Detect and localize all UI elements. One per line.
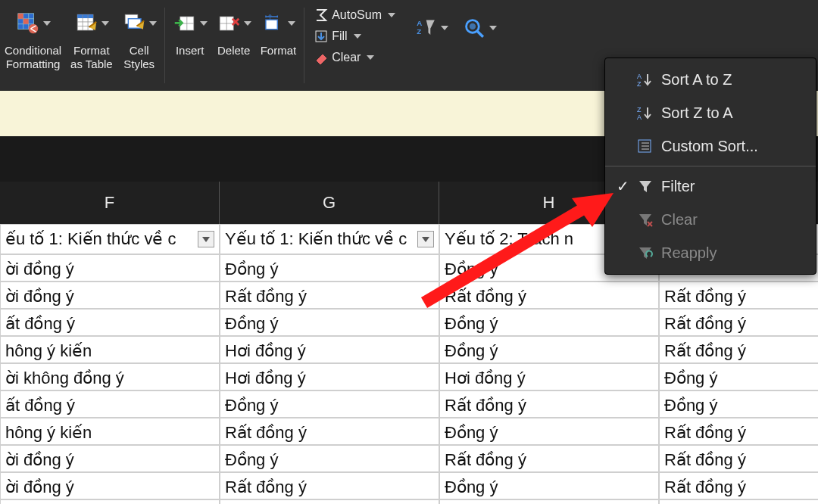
data-cell[interactable]: hông ý kiến — [0, 336, 220, 363]
data-cell[interactable]: Rất đồng ý — [220, 282, 439, 309]
data-cell[interactable]: Đồng ý — [659, 390, 818, 418]
data-cell[interactable]: Đồng ý — [659, 363, 818, 390]
data-cell[interactable]: ất đồng ý — [0, 499, 220, 504]
menu-custom-sort[interactable]: Custom Sort... — [605, 129, 816, 163]
menu-clear-filter: Clear — [605, 203, 816, 236]
data-cell[interactable]: Rất đồng ý — [659, 445, 818, 472]
insert-cells-icon — [173, 6, 197, 41]
filter-dropdown-button[interactable] — [417, 231, 434, 247]
dropdown-caret-icon — [354, 34, 361, 39]
sort-filter-button[interactable]: A Z — [412, 9, 450, 47]
data-cell[interactable]: Rất đồng ý — [659, 336, 818, 363]
filter-clear-icon — [637, 211, 654, 228]
conditional-formatting-icon — [16, 6, 40, 41]
data-cell[interactable]: Rất đồng ý — [659, 418, 818, 445]
data-cell[interactable]: Rất đồng ý — [659, 472, 818, 499]
data-cell[interactable]: Hơi đồng ý — [220, 363, 439, 390]
data-cell[interactable]: Đồng ý — [439, 418, 659, 445]
fill-icon — [314, 29, 329, 44]
data-cell[interactable]: ời đồng ý — [0, 445, 220, 472]
conditional-formatting-button[interactable]: Conditional Formatting — [0, 5, 66, 73]
dropdown-caret-icon — [288, 21, 295, 26]
data-cell[interactable]: Đồng ý — [439, 309, 659, 336]
format-cells-icon — [261, 6, 285, 41]
data-cell[interactable]: Đồng ý — [220, 390, 439, 418]
menu-filter[interactable]: ✓ Filter — [605, 170, 816, 203]
data-cell[interactable]: Đồng ý — [220, 254, 439, 282]
svg-text:Z: Z — [417, 27, 421, 36]
menu-label: Reapply — [661, 244, 717, 262]
dropdown-caret-icon — [388, 13, 395, 17]
data-cell[interactable]: Đồng ý — [659, 499, 818, 504]
data-cell[interactable]: Đồng ý — [220, 445, 439, 472]
clear-button[interactable]: Clear — [311, 47, 398, 68]
data-cell[interactable]: Đồng ý — [220, 309, 439, 336]
data-cell[interactable]: ời không đồng ý — [0, 363, 220, 390]
cell-styles-button[interactable]: Cell Styles — [117, 5, 161, 73]
data-cell[interactable]: ời đồng ý — [0, 254, 220, 282]
svg-rect-6 — [23, 19, 28, 24]
data-cell[interactable]: Rất đồng ý — [439, 282, 659, 309]
group-separator — [304, 8, 304, 83]
fill-button[interactable]: Fill — [311, 26, 398, 47]
data-cell[interactable]: Đồng ý — [220, 499, 439, 504]
data-cell[interactable]: Rất đồng ý — [439, 445, 659, 472]
delete-button[interactable]: Delete — [212, 5, 256, 59]
menu-label: Sort Z to A — [661, 104, 732, 122]
header-cell[interactable]: Yếu tố 1: Kiến thức về c — [220, 224, 439, 254]
menu-label: Custom Sort... — [661, 138, 758, 155]
dropdown-caret-icon — [441, 26, 448, 30]
eraser-icon — [314, 50, 329, 65]
header-cell[interactable]: ếu tố 1: Kiến thức về c — [0, 224, 220, 254]
menu-sort-az[interactable]: AZ Sort A to Z — [605, 63, 816, 96]
insert-button[interactable]: Insert — [168, 5, 212, 59]
group-separator — [164, 8, 165, 83]
format-button[interactable]: Format — [256, 5, 301, 59]
data-cell[interactable]: ất đồng ý — [0, 390, 220, 418]
autosum-icon — [314, 8, 329, 23]
data-cell[interactable]: ời đồng ý — [0, 472, 220, 499]
sort-za-icon: ZA — [637, 104, 654, 121]
data-cell[interactable]: Đồng ý — [439, 336, 659, 363]
data-cell[interactable]: Rất đồng ý — [659, 282, 818, 309]
data-cell[interactable]: Đồng ý — [439, 472, 659, 499]
menu-sort-za[interactable]: ZA Sort Z to A — [605, 96, 816, 129]
sort-filter-menu: AZ Sort A to Z ZA Sort Z to A Custom Sor… — [604, 58, 816, 275]
data-cell[interactable]: ất đồng ý — [0, 309, 220, 336]
header-text: Yếu tố 2: Trách n — [445, 229, 573, 248]
data-cell[interactable]: Hơi đồng ý — [220, 336, 439, 363]
menu-label: Sort A to Z — [661, 71, 732, 89]
svg-point-27 — [470, 23, 476, 30]
svg-text:A: A — [637, 114, 642, 121]
fill-label: Fill — [332, 30, 347, 43]
autosum-label: AutoSum — [332, 8, 382, 22]
data-cell[interactable]: hông ý kiến — [0, 418, 220, 445]
dropdown-caret-icon — [244, 21, 251, 26]
column-header-G[interactable]: G — [220, 182, 439, 224]
filter-dropdown-button[interactable] — [198, 231, 214, 247]
cell-styles-icon — [122, 6, 146, 41]
data-cell[interactable]: Rất đồng ý — [220, 418, 439, 445]
svg-text:Z: Z — [637, 80, 642, 88]
format-as-table-button[interactable]: Format as Table — [66, 5, 117, 73]
insert-label: Insert — [176, 44, 204, 58]
dropdown-caret-icon — [489, 26, 497, 30]
svg-text:Z: Z — [637, 106, 642, 114]
format-as-table-label: Format as Table — [70, 44, 113, 71]
dropdown-caret-icon — [43, 21, 51, 26]
header-text: Yếu tố 1: Kiến thức về c — [225, 229, 407, 248]
svg-text:A: A — [637, 73, 642, 80]
data-cell[interactable]: Rất đồng ý — [659, 309, 818, 336]
data-cell[interactable]: ời đồng ý — [0, 282, 220, 309]
data-cell[interactable]: Rất đồng ý — [220, 472, 439, 499]
format-label: Format — [261, 44, 297, 58]
clear-label: Clear — [332, 51, 361, 64]
svg-rect-22 — [266, 20, 277, 30]
data-cell[interactable]: Rất đồng ý — [439, 390, 659, 418]
menu-separator — [605, 166, 816, 166]
find-select-button[interactable] — [461, 9, 498, 47]
autosum-button[interactable]: AutoSum — [311, 5, 398, 26]
data-cell[interactable]: Hơi đồng ý — [439, 363, 659, 390]
column-header-F[interactable]: F — [0, 182, 220, 224]
data-cell[interactable]: Đồng ý — [439, 499, 659, 504]
